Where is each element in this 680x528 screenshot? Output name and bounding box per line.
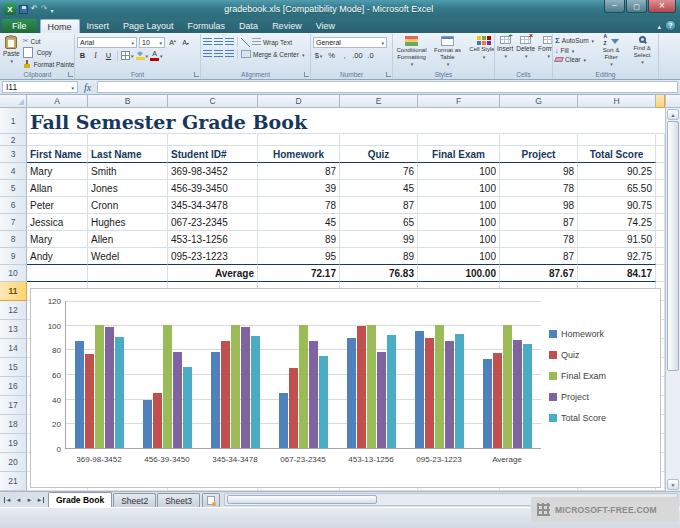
cell-styles-button[interactable]: Cell Styles xyxy=(467,35,495,60)
name-box[interactable]: I11 xyxy=(2,81,78,93)
cell-A8[interactable]: Mary xyxy=(27,231,88,248)
cell-A4[interactable]: Mary xyxy=(27,163,88,180)
paste-button[interactable]: Paste xyxy=(3,35,20,65)
cell-C6[interactable]: 345-34-3478 xyxy=(168,197,258,214)
column-header-H[interactable]: H xyxy=(578,95,656,108)
font-color-button[interactable] xyxy=(150,50,163,61)
cell-D3[interactable]: Homework xyxy=(258,146,340,163)
bar-final-exam-345-34-3478[interactable] xyxy=(231,325,240,448)
cell-B3[interactable]: Last Name xyxy=(88,146,168,163)
close-button[interactable] xyxy=(648,0,676,13)
align-middle-icon[interactable] xyxy=(214,38,223,46)
increase-decimal-button[interactable]: .00 xyxy=(352,50,363,61)
insert-cells-button[interactable]: Insert xyxy=(497,35,513,60)
cell-G9[interactable]: 87 xyxy=(500,248,578,265)
previous-sheet-button[interactable] xyxy=(13,493,24,506)
bar-total-score-456-39-3450[interactable] xyxy=(183,367,192,448)
cell-H1[interactable] xyxy=(578,108,656,134)
bar-total-score-369-98-3452[interactable] xyxy=(115,337,124,448)
cell-D7[interactable]: 45 xyxy=(258,214,340,231)
cell-C8[interactable]: 453-13-1256 xyxy=(168,231,258,248)
cell-H7[interactable]: 74.25 xyxy=(578,214,656,231)
clipboard-dialog-launcher[interactable] xyxy=(68,72,73,77)
cell-E5[interactable]: 45 xyxy=(340,180,418,197)
cell-H6[interactable]: 90.75 xyxy=(578,197,656,214)
cell-A7[interactable]: Jessica xyxy=(27,214,88,231)
sheet-tab-sheet3[interactable]: Sheet3 xyxy=(157,493,200,507)
cell-I9-partial[interactable] xyxy=(656,248,665,265)
cell-G5[interactable]: 78 xyxy=(500,180,578,197)
column-header-D[interactable]: D xyxy=(258,95,340,108)
cell-G1[interactable] xyxy=(500,108,578,134)
bar-final-exam-369-98-3452[interactable] xyxy=(95,325,104,448)
bar-total-score-095-23-1223[interactable] xyxy=(455,334,464,448)
autosum-button[interactable]: AutoSum xyxy=(555,36,594,45)
cell-D5[interactable]: 39 xyxy=(258,180,340,197)
bold-button[interactable]: B xyxy=(77,50,88,61)
scroll-down-icon[interactable] xyxy=(667,479,679,490)
cell-D4[interactable]: 87 xyxy=(258,163,340,180)
bar-final-exam-456-39-3450[interactable] xyxy=(163,325,172,448)
bar-final-exam-average[interactable] xyxy=(503,325,512,448)
cell-I7-partial[interactable] xyxy=(656,214,665,231)
bar-homework-average[interactable] xyxy=(483,359,492,448)
cell-I6-partial[interactable] xyxy=(656,197,665,214)
cell-I10-partial[interactable] xyxy=(656,265,665,282)
undo-icon[interactable] xyxy=(31,5,38,13)
cell-H4[interactable]: 90.25 xyxy=(578,163,656,180)
bar-project-369-98-3452[interactable] xyxy=(105,327,114,448)
redo-icon[interactable] xyxy=(41,5,48,13)
legend-item-final-exam[interactable]: Final Exam xyxy=(549,371,606,381)
bar-project-095-23-1223[interactable] xyxy=(445,341,454,448)
comma-style-button[interactable]: , xyxy=(339,50,350,61)
bar-project-average[interactable] xyxy=(513,340,522,448)
cell-B6[interactable]: Cronn xyxy=(88,197,168,214)
cell-G6[interactable]: 98 xyxy=(500,197,578,214)
cell-I4-partial[interactable] xyxy=(656,163,665,180)
cell-D10[interactable]: 72.17 xyxy=(258,265,340,282)
row-header-20[interactable]: 20 xyxy=(0,453,27,472)
percent-style-button[interactable]: % xyxy=(326,50,337,61)
row-header-5[interactable]: 5 xyxy=(0,180,27,197)
formula-input[interactable] xyxy=(97,81,678,93)
font-name-select[interactable]: Arial xyxy=(77,37,137,48)
font-size-select[interactable]: 10 xyxy=(139,37,165,48)
bar-homework-456-39-3450[interactable] xyxy=(143,400,152,448)
cut-button[interactable]: Cut xyxy=(23,37,75,45)
cell-A3[interactable]: First Name xyxy=(27,146,88,163)
sheet-tab-grade-book[interactable]: Grade Book xyxy=(48,492,112,507)
cell-I1-partial[interactable] xyxy=(656,108,665,134)
next-sheet-button[interactable] xyxy=(24,493,35,506)
cell-A5[interactable]: Allan xyxy=(27,180,88,197)
cell-F6[interactable]: 100 xyxy=(418,197,500,214)
cell-F3[interactable]: Final Exam xyxy=(418,146,500,163)
borders-button[interactable] xyxy=(121,50,134,61)
cell-E2[interactable] xyxy=(340,134,418,146)
fill-button[interactable]: Fill xyxy=(555,47,594,54)
cell-D6[interactable]: 78 xyxy=(258,197,340,214)
cell-C3[interactable]: Student ID# xyxy=(168,146,258,163)
copy-button[interactable]: Copy xyxy=(23,47,75,58)
merge-center-button[interactable]: Merge & Center xyxy=(241,50,304,58)
column-header-F[interactable]: F xyxy=(418,95,500,108)
vertical-scrollbar-thumb[interactable] xyxy=(667,121,679,371)
shrink-font-button[interactable] xyxy=(180,37,191,48)
ribbon-tab-home[interactable]: Home xyxy=(40,19,80,33)
ribbon-tab-page-layout[interactable]: Page Layout xyxy=(116,19,181,33)
cell-G7[interactable]: 87 xyxy=(500,214,578,231)
legend-item-quiz[interactable]: Quiz xyxy=(549,350,606,360)
font-dialog-launcher[interactable] xyxy=(194,72,199,77)
delete-cells-button[interactable]: Delete xyxy=(516,35,535,60)
vertical-scrollbar[interactable] xyxy=(665,95,680,491)
format-cells-button[interactable]: Format xyxy=(538,35,553,60)
row-header-11[interactable]: 11 xyxy=(0,282,27,301)
insert-function-button[interactable]: fx xyxy=(81,82,94,93)
legend-item-total-score[interactable]: Total Score xyxy=(549,413,606,423)
wrap-text-button[interactable]: Wrap Text xyxy=(252,38,292,46)
orientation-icon[interactable] xyxy=(241,38,250,47)
cell-F9[interactable]: 100 xyxy=(418,248,500,265)
cell-E9[interactable]: 89 xyxy=(340,248,418,265)
row-header-12[interactable]: 12 xyxy=(0,301,27,320)
conditional-formatting-button[interactable]: Conditional Formatting xyxy=(395,35,428,68)
bar-quiz-095-23-1223[interactable] xyxy=(425,338,434,448)
